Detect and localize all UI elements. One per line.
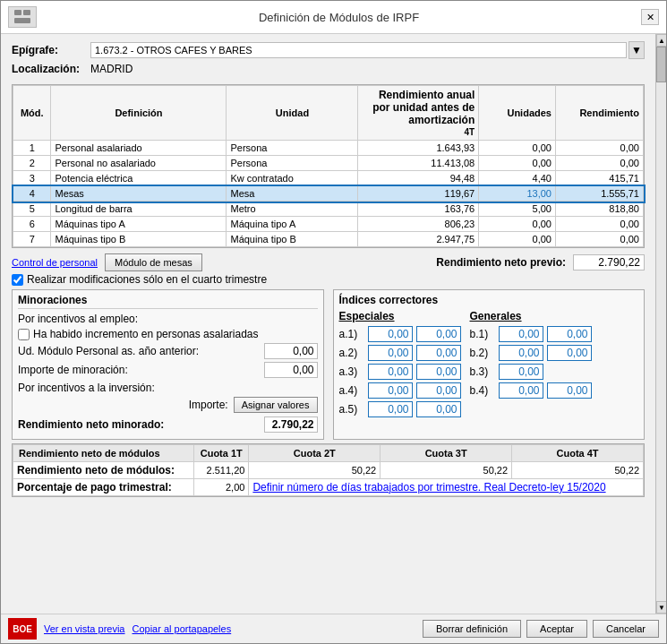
table-row[interactable]: 2Personal no asalariadoPersona11.413,080… [13, 156, 644, 171]
table-row[interactable]: 5Longitud de barraMetro163,765,00818,80 [13, 202, 644, 217]
rendimiento-neto-previo-label: Rendimiento neto previo: [436, 256, 566, 269]
table-row[interactable]: 3Potencia eléctricaKw contratado94,484,4… [13, 171, 644, 186]
importe-minoracion-input[interactable] [264, 362, 318, 378]
gen-v1-1[interactable] [499, 326, 543, 342]
rendimiento-previo-container: Rendimiento neto previo: [210, 254, 645, 270]
cell-unidad: Metro [227, 202, 358, 217]
esp-label-1: a.1) [339, 328, 364, 340]
cell-unidad: Máquina tipo B [227, 232, 358, 247]
esp-v2-5[interactable] [416, 401, 461, 417]
control-personal-link[interactable]: Control de personal [12, 257, 98, 268]
cell-definicion: Longitud de barra [51, 202, 227, 217]
cell-rendimiento: 0,00 [555, 232, 643, 247]
boe-logo: BOE [8, 618, 37, 640]
cell-mod: 1 [13, 141, 51, 156]
esp-v1-4[interactable] [368, 382, 413, 399]
generales-title: Generales [470, 310, 592, 322]
copiar-al-portapapeles-link[interactable]: Copiar al portapapeles [133, 623, 232, 634]
gen-v1-4[interactable] [499, 382, 543, 399]
svg-rect-0 [14, 10, 21, 15]
bottom-table: Rendimiento neto de módulos Cuota 1T Cuo… [12, 443, 645, 497]
bt-header-2: Cuota 1T [194, 445, 249, 462]
bt-header-1: Rendimiento neto de módulos [13, 445, 194, 462]
cell-rend-anual: 2.947,75 [358, 232, 479, 247]
incremento-checkbox[interactable] [18, 329, 30, 340]
bt-r1-v4: 50,22 [512, 462, 644, 479]
trimestre-checkbox[interactable] [12, 274, 23, 286]
esp-v2-2[interactable] [416, 345, 461, 361]
borrar-definicion-button[interactable]: Borrar definición [423, 620, 521, 638]
esp-v1-5[interactable] [368, 401, 413, 417]
rendimiento-neto-minorado-row: Rendimiento neto minorado: [18, 416, 318, 433]
cell-mod: 7 [13, 232, 51, 247]
epigrafe-input[interactable] [90, 42, 627, 58]
controls-row: Control de personal Módulo de mesas Rend… [12, 253, 645, 271]
esp-v1-1[interactable] [368, 326, 413, 342]
cell-unidades: 0,00 [479, 232, 556, 247]
aceptar-button[interactable]: Aceptar [526, 620, 587, 638]
table-row[interactable]: 1Personal asalariadoPersona1.643,930,000… [13, 141, 644, 156]
cancelar-button[interactable]: Cancelar [593, 620, 659, 638]
esp-v2-4[interactable] [416, 382, 461, 399]
bt-r2-link[interactable]: Definir número de días trabajados por tr… [249, 479, 644, 496]
header-rend-anual: Rendimiento anual por unidad antes de am… [358, 86, 479, 141]
gen-v2-2[interactable] [547, 345, 592, 361]
table-row[interactable]: 7Máquinas tipo BMáquina tipo B2.947,750,… [13, 232, 644, 247]
table-row[interactable]: 6Máquinas tipo AMáquina tipo A806,230,00… [13, 217, 644, 232]
app-icon [8, 6, 37, 28]
modulo-mesas-button[interactable]: Módulo de mesas [105, 253, 202, 271]
indices-title: Índices correctores [339, 294, 639, 306]
esp-v1-2[interactable] [368, 345, 413, 361]
cell-mod: 4 [13, 186, 51, 202]
scroll-up-button[interactable]: ▲ [656, 34, 666, 47]
esp-row-5: a.5) [339, 401, 461, 417]
minoraciones-section: Minoraciones Por incentivos al empleo: H… [12, 289, 324, 440]
modules-table-section: Mód. Definición Unidad Rendimiento anual… [12, 84, 645, 248]
content-area: Epígrafe: ▼ Localización: MADRID [1, 34, 655, 508]
scroll-thumb[interactable] [656, 47, 666, 82]
epigrafe-dropdown[interactable]: ▼ [90, 41, 645, 59]
checkbox-row: Realizar modificaciones sólo en el cuart… [12, 273, 645, 286]
scroll-down-button[interactable]: ▼ [656, 601, 666, 614]
table-row[interactable]: 4MesasMesa119,6713,001.555,71 [13, 186, 644, 202]
cell-rend-anual: 94,48 [358, 171, 479, 186]
scrollbar[interactable]: ▲ ▼ [655, 34, 666, 614]
main-area: Epígrafe: ▼ Localización: MADRID [1, 34, 666, 614]
epigrafe-label: Epígrafe: [12, 44, 83, 56]
indices-columns: Especiales a.1) a.2) [339, 310, 639, 420]
esp-v1-3[interactable] [368, 364, 413, 380]
asignar-valores-button[interactable]: Asignar valores [234, 397, 318, 413]
esp-row-4: a.4) [339, 382, 461, 399]
importe-row: Importe: Asignar valores [18, 397, 318, 413]
esp-v2-3[interactable] [416, 364, 461, 380]
esp-v2-1[interactable] [416, 326, 461, 342]
gen-v1-3[interactable] [499, 364, 543, 380]
cell-unidad: Kw contratado [227, 171, 358, 186]
title-bar: Definición de Módulos de IRPF ✕ [1, 1, 666, 34]
cell-definicion: Máquinas tipo A [51, 217, 227, 232]
gen-v2-4[interactable] [547, 382, 592, 399]
gen-v2-1[interactable] [547, 326, 592, 342]
gen-label-1: b.1) [470, 328, 495, 340]
bt-r1-v1: 2.511,20 [194, 462, 249, 479]
esp-row-1: a.1) [339, 326, 461, 342]
main-window: Definición de Módulos de IRPF ✕ Epígrafe… [0, 0, 667, 644]
rendimiento-neto-previo-value [573, 254, 645, 270]
epigrafe-dropdown-arrow[interactable]: ▼ [629, 41, 645, 59]
bt-r2-v1: 2,00 [194, 479, 249, 496]
ud-modulo-input[interactable] [264, 343, 318, 359]
cell-rend-anual: 163,76 [358, 202, 479, 217]
por-incentivos-inversion-label: Por incentivos a la inversión: [18, 382, 318, 394]
cell-rend-anual: 1.643,93 [358, 141, 479, 156]
gen-v1-2[interactable] [499, 345, 543, 361]
cell-rend-anual: 119,67 [358, 186, 479, 202]
close-button[interactable]: ✕ [641, 9, 659, 25]
cell-unidad: Mesa [227, 186, 358, 202]
gen-row-1: b.1) [470, 326, 592, 342]
bt-row-1: Rendimiento neto de módulos: 2.511,20 50… [13, 462, 644, 479]
epigrafe-row: Epígrafe: ▼ [12, 41, 645, 59]
ver-en-vista-previa-link[interactable]: Ver en vista previa [44, 623, 125, 634]
cell-definicion: Mesas [51, 186, 227, 202]
localizacion-value: MADRID [90, 63, 133, 75]
footer-row: BOE Ver en vista previa Copiar al portap… [1, 614, 666, 643]
